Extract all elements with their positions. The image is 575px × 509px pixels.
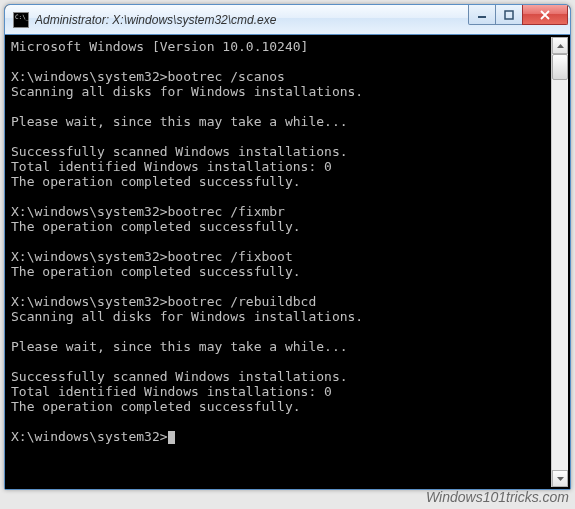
terminal-line: Please wait, since this may take a while…: [11, 114, 547, 129]
watermark-text: Windows101tricks.com: [426, 489, 569, 505]
terminal-line: X:\windows\system32>bootrec /scanos: [11, 69, 547, 84]
cmd-icon: [13, 12, 29, 28]
scrollbar-track[interactable]: [552, 54, 568, 470]
window-title: Administrator: X:\windows\system32\cmd.e…: [35, 13, 468, 27]
cmd-window: Administrator: X:\windows\system32\cmd.e…: [4, 4, 571, 490]
terminal-line: [11, 414, 547, 429]
svg-rect-0: [478, 16, 486, 18]
close-icon: [539, 10, 551, 20]
svg-rect-1: [505, 11, 513, 19]
titlebar[interactable]: Administrator: X:\windows\system32\cmd.e…: [5, 5, 570, 35]
minimize-button[interactable]: [468, 5, 496, 25]
terminal-line: Please wait, since this may take a while…: [11, 339, 547, 354]
terminal-line: The operation completed successfully.: [11, 174, 547, 189]
terminal-line: [11, 189, 547, 204]
terminal-cursor: [168, 431, 175, 444]
scroll-down-button[interactable]: [552, 470, 568, 487]
terminal-line: The operation completed successfully.: [11, 264, 547, 279]
terminal-line: [11, 99, 547, 114]
vertical-scrollbar[interactable]: [551, 37, 568, 487]
terminal-line: X:\windows\system32>bootrec /rebuildbcd: [11, 294, 547, 309]
terminal-line: Successfully scanned Windows installatio…: [11, 369, 547, 384]
terminal-line: Successfully scanned Windows installatio…: [11, 144, 547, 159]
terminal-line: [11, 129, 547, 144]
terminal-line: Total identified Windows installations: …: [11, 384, 547, 399]
chevron-down-icon: [557, 477, 564, 481]
terminal-line: The operation completed successfully.: [11, 399, 547, 414]
terminal-line: X:\windows\system32>bootrec /fixboot: [11, 249, 547, 264]
terminal-line: The operation completed successfully.: [11, 219, 547, 234]
terminal-line: [11, 54, 547, 69]
chevron-up-icon: [557, 44, 564, 48]
maximize-icon: [504, 10, 514, 20]
terminal-line: [11, 279, 547, 294]
terminal-line: Total identified Windows installations: …: [11, 159, 547, 174]
terminal-line: [11, 324, 547, 339]
terminal-line: [11, 234, 547, 249]
minimize-icon: [477, 10, 487, 20]
terminal-line: X:\windows\system32>bootrec /fixmbr: [11, 204, 547, 219]
window-controls: [468, 5, 568, 34]
terminal-line: [11, 354, 547, 369]
terminal-line: Microsoft Windows [Version 10.0.10240]: [11, 39, 547, 54]
client-area: Microsoft Windows [Version 10.0.10240]X:…: [5, 35, 570, 489]
terminal-line: Scanning all disks for Windows installat…: [11, 84, 547, 99]
terminal-line: Scanning all disks for Windows installat…: [11, 309, 547, 324]
close-button[interactable]: [522, 5, 568, 25]
terminal-line: X:\windows\system32>: [11, 429, 547, 444]
scroll-up-button[interactable]: [552, 37, 568, 54]
maximize-button[interactable]: [495, 5, 523, 25]
scrollbar-thumb[interactable]: [552, 54, 568, 80]
terminal-output[interactable]: Microsoft Windows [Version 10.0.10240]X:…: [7, 37, 551, 487]
